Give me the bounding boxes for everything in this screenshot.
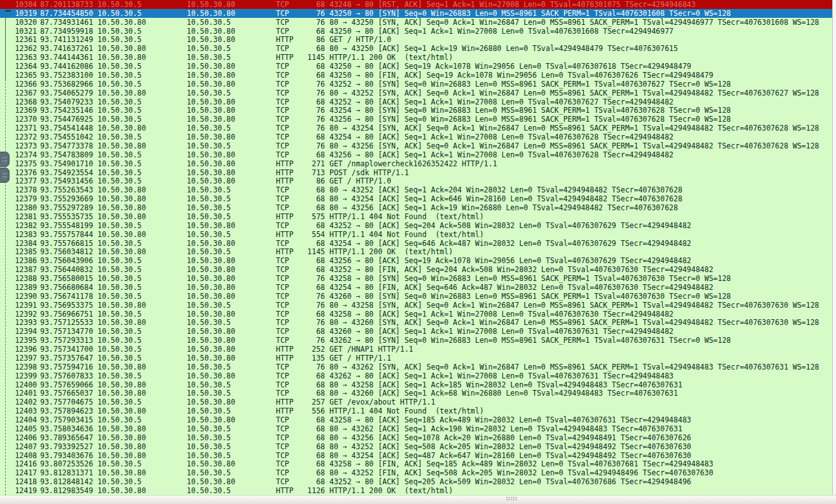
packet-row[interactable]: 1240293.75770467510.50.30.510.50.30.80HT… [0, 398, 832, 407]
packet-row[interactable]: 1241993.81298354910.50.30.8010.50.30.5HT… [0, 486, 832, 495]
packet-row[interactable]: 1239993.75760783310.50.30.510.50.30.80TC… [0, 371, 832, 380]
col-protocol: TCP [276, 459, 301, 468]
packet-row[interactable]: 1239493.75713477010.50.30.510.50.30.80TC… [0, 327, 832, 336]
col-length: 68 [301, 44, 325, 53]
packet-row[interactable]: 1241793.81283137110.50.30.8010.50.30.5TC… [0, 468, 832, 477]
packet-row[interactable]: 1237893.75526354310.50.30.8010.50.30.5TC… [0, 185, 832, 194]
packet-row[interactable]: 1236193.74113124910.50.30.510.50.30.80HT… [0, 36, 832, 45]
packet-row[interactable]: 1240693.78936564710.50.30.8010.50.30.5TC… [0, 433, 832, 442]
packet-list[interactable]: 1030487.20113873310.50.30.510.50.30.80TC… [0, 0, 832, 495]
packet-row[interactable]: 1240493.75790341510.50.30.510.50.30.80TC… [0, 415, 832, 424]
packet-row[interactable]: 1238593.75603481210.50.30.8010.50.30.5HT… [0, 248, 832, 257]
col-destination: 10.50.30.5 [187, 230, 275, 239]
col-source: 10.50.30.5 [97, 97, 185, 106]
col-time: 93.793392527 [40, 442, 96, 451]
col-source: 10.50.30.5 [97, 354, 185, 363]
col-source: 10.50.30.80 [97, 486, 185, 495]
packet-row[interactable]: 1237693.75492355410.50.30.510.50.30.80HT… [0, 168, 832, 177]
col-info: GET / HTTP/1.0 [329, 176, 832, 185]
col-time: 87.734959918 [40, 27, 96, 36]
pane-grip-top[interactable] [0, 152, 10, 167]
packet-row[interactable]: 1030487.20113873310.50.30.510.50.30.80TC… [0, 0, 832, 9]
packet-row[interactable]: 1239793.75735764710.50.30.510.50.30.80HT… [0, 354, 832, 363]
packet-row[interactable]: 1240593.75803463610.50.30.8010.50.30.5TC… [0, 424, 832, 433]
packet-row[interactable]: 1032187.73495991810.50.30.510.50.30.80TC… [0, 27, 832, 36]
packet-row[interactable]: 1236293.74163726110.50.30.8010.50.30.5TC… [0, 44, 832, 53]
left-edge-grips [0, 152, 10, 184]
packet-row[interactable]: 1239193.75695337510.50.30.8010.50.30.5TC… [0, 301, 832, 310]
col-destination: 10.50.30.80 [187, 371, 275, 380]
col-destination: 10.50.30.80 [187, 159, 275, 168]
col-destination: 10.50.30.80 [187, 354, 275, 363]
vertical-scrollbar[interactable] [832, 0, 836, 504]
col-protocol: TCP [276, 310, 301, 319]
packet-row[interactable]: 1238793.75644083210.50.30.510.50.30.80TC… [0, 265, 832, 274]
col-info: 43256 → 80 [ACK] Seq=19 Ack=1078 Win=290… [329, 256, 832, 265]
packet-row[interactable]: 1239693.75734170010.50.30.510.50.30.80HT… [0, 345, 832, 354]
packet-row[interactable]: 1239293.75696675110.50.30.510.50.30.80TC… [0, 310, 832, 319]
col-protocol: TCP [276, 89, 301, 97]
col-length: 68 [301, 433, 325, 442]
packet-row[interactable]: 1241693.80725352610.50.30.510.50.30.80TC… [0, 460, 832, 469]
col-length: 68 [301, 150, 325, 159]
col-source: 10.50.30.5 [97, 62, 185, 71]
col-source: 10.50.30.80 [97, 424, 185, 433]
packet-row[interactable]: 1237393.75477337810.50.30.8010.50.30.5TC… [0, 141, 832, 150]
packet-row[interactable]: 1237193.75454144810.50.30.8010.50.30.5TC… [0, 124, 832, 133]
packet-row[interactable]: 1238993.75668068410.50.30.510.50.30.80TC… [0, 283, 832, 292]
packet-row[interactable]: 1240393.75789462310.50.30.8010.50.30.5HT… [0, 407, 832, 415]
packet-row[interactable]: 1236793.75406527910.50.30.8010.50.30.5TC… [0, 89, 832, 97]
packet-row[interactable]: 1237293.75455104210.50.30.510.50.30.80TC… [0, 133, 832, 141]
col-length: 68 [301, 97, 325, 106]
packet-row[interactable]: 1237993.75529366910.50.30.8010.50.30.5TC… [0, 194, 832, 203]
col-protocol: HTTP [276, 35, 301, 44]
col-protocol: TCP [276, 380, 301, 389]
col-info: 43256 → 80 [ACK] Seq=1 Ack=1 Win=27008 L… [329, 150, 832, 159]
packet-row[interactable]: 1236493.74416208610.50.30.510.50.30.80TC… [0, 62, 832, 71]
packet-row[interactable]: 1238693.75604390610.50.30.510.50.30.80TC… [0, 256, 832, 265]
col-source: 10.50.30.5 [97, 0, 185, 9]
packet-row[interactable]: 1239593.75729331310.50.30.510.50.30.80TC… [0, 336, 832, 345]
packet-row[interactable]: 1239893.75759471610.50.30.8010.50.30.5TC… [0, 363, 832, 371]
col-info: 43254 → 80 [FIN, ACK] Seq=646 Ack=487 Wi… [329, 283, 832, 292]
col-source: 10.50.30.80 [97, 389, 185, 398]
packet-row[interactable]: 1237093.75447692510.50.30.510.50.30.80TC… [0, 115, 832, 124]
col-protocol: TCP [276, 336, 301, 345]
packet-row[interactable]: 1239093.75674117810.50.30.510.50.30.80TC… [0, 292, 832, 301]
packet-row[interactable]: 1240093.75765906610.50.30.8010.50.30.5TC… [0, 380, 832, 389]
col-info: POST /sdk HTTP/1.1 [329, 168, 832, 177]
packet-row[interactable]: 1032087.73493146110.50.30.8010.50.30.5TC… [0, 18, 832, 27]
packet-row[interactable]: 1240793.79339252710.50.30.8010.50.30.5TC… [0, 442, 832, 451]
col-source: 10.50.30.5 [97, 415, 185, 424]
col-length: 76 [301, 141, 325, 150]
packet-row[interactable]: 1237793.75493145610.50.30.510.50.30.80HT… [0, 177, 832, 186]
col-length: 68 [301, 133, 325, 141]
packet-row[interactable]: 1238093.75529728910.50.30.8010.50.30.5TC… [0, 203, 832, 212]
col-protocol: HTTP [276, 212, 301, 221]
packet-row[interactable]: 1238193.75553573510.50.30.8010.50.30.5HT… [0, 212, 832, 221]
packet-row[interactable]: 1238293.75554819910.50.30.510.50.30.80TC… [0, 221, 832, 230]
packet-row[interactable]: 1239393.75712553310.50.30.8010.50.30.5TC… [0, 319, 832, 328]
packet-row[interactable]: 1240193.75766503710.50.30.8010.50.30.5TC… [0, 389, 832, 398]
col-length: 556 [301, 407, 325, 415]
packet-row[interactable]: 1238893.75658001510.50.30.510.50.30.80TC… [0, 274, 832, 283]
packet-row[interactable]: 1241893.81284814210.50.30.510.50.30.80TC… [0, 477, 832, 486]
col-info: 43258 → 80 [SYN] Seq=0 Win=26883 Len=0 M… [329, 274, 832, 283]
packet-row[interactable]: 1240893.79340367610.50.30.8010.50.30.5TC… [0, 451, 832, 460]
packet-row[interactable]: 1031987.73445485010.50.30.510.50.30.80TC… [0, 9, 832, 18]
packet-row[interactable]: 1237593.75490171010.50.30.510.50.30.80HT… [0, 159, 832, 168]
col-time: 93.755263543 [40, 185, 96, 194]
packet-row[interactable]: 1236893.75407923310.50.30.510.50.30.80TC… [0, 97, 832, 106]
packet-row[interactable]: 1238493.75576681510.50.30.510.50.30.80TC… [0, 239, 832, 248]
packet-row[interactable]: 1236593.75238310010.50.30.510.50.30.80TC… [0, 71, 832, 80]
col-protocol: TCP [276, 363, 301, 371]
packet-row[interactable]: 1238393.75575784410.50.30.8010.50.30.5HT… [0, 230, 832, 239]
col-length: 252 [301, 345, 325, 354]
packet-row[interactable]: 1237493.75478380910.50.30.510.50.30.80TC… [0, 150, 832, 159]
pane-splitter[interactable] [0, 495, 836, 504]
pane-grip-bottom[interactable] [0, 168, 10, 183]
packet-row[interactable]: 1236393.74414436110.50.30.8010.50.30.5HT… [0, 53, 832, 62]
col-destination: 10.50.30.80 [187, 477, 275, 486]
packet-row[interactable]: 1236693.75368296610.50.30.510.50.30.80TC… [0, 80, 832, 89]
packet-row[interactable]: 1236993.75423514610.50.30.510.50.30.80TC… [0, 106, 832, 115]
